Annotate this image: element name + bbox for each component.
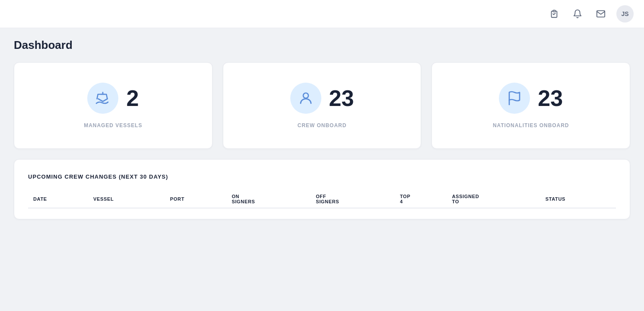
- nationalities-onboard-count: 23: [538, 87, 563, 109]
- ship-icon-circle: [87, 83, 118, 114]
- col-status: STATUS: [540, 190, 616, 208]
- main-content: Dashboard 2 MANAGED VESSELS: [0, 28, 644, 230]
- stat-card-nationalities-onboard: 23 NATIONALITIES ONBOARD: [431, 62, 630, 149]
- managed-vessels-count: 2: [126, 87, 139, 109]
- stats-row: 2 MANAGED VESSELS 23 CREW ONBOARD: [14, 62, 630, 149]
- stat-card-crew-onboard: 23 CREW ONBOARD: [223, 62, 422, 149]
- header: JS: [0, 0, 644, 28]
- crew-onboard-count: 23: [329, 87, 354, 109]
- page-title: Dashboard: [14, 38, 630, 52]
- col-vessel: VESSEL: [88, 190, 165, 208]
- crew-onboard-label: CREW ONBOARD: [298, 122, 347, 128]
- stat-top-managed-vessels: 2: [87, 83, 139, 114]
- crew-changes-header-row: DATE VESSEL PORT ONSIGNERS OFFSIGNERS TO…: [28, 190, 616, 208]
- user-avatar[interactable]: JS: [616, 5, 634, 22]
- task-icon[interactable]: [546, 6, 562, 22]
- person-icon: [298, 90, 314, 106]
- stat-top-crew-onboard: 23: [290, 83, 354, 114]
- crew-changes-table: DATE VESSEL PORT ONSIGNERS OFFSIGNERS TO…: [28, 190, 616, 208]
- col-assigned-to: ASSIGNEDTO: [447, 190, 540, 208]
- svg-rect-0: [553, 10, 555, 12]
- stat-top-nationalities-onboard: 23: [499, 83, 563, 114]
- col-top4: TOP4: [395, 190, 447, 208]
- col-on-signers: ONSIGNERS: [226, 190, 311, 208]
- stat-card-managed-vessels: 2 MANAGED VESSELS: [14, 62, 213, 149]
- crew-changes-section: UPCOMING CREW CHANGES (NEXT 30 DAYS) DAT…: [14, 159, 630, 219]
- col-date: DATE: [28, 190, 88, 208]
- flag-icon-circle: [499, 83, 530, 114]
- crew-changes-table-header: DATE VESSEL PORT ONSIGNERS OFFSIGNERS TO…: [28, 190, 616, 208]
- crew-changes-title: UPCOMING CREW CHANGES (NEXT 30 DAYS): [28, 173, 616, 180]
- nationalities-onboard-label: NATIONALITIES ONBOARD: [493, 122, 569, 128]
- col-port: PORT: [165, 190, 227, 208]
- bell-icon[interactable]: [570, 6, 585, 22]
- managed-vessels-label: MANAGED VESSELS: [84, 122, 142, 128]
- person-icon-circle: [290, 83, 321, 114]
- flag-icon: [507, 90, 522, 106]
- col-off-signers: OFFSIGNERS: [311, 190, 395, 208]
- ship-icon: [95, 90, 111, 106]
- svg-point-1: [303, 93, 308, 98]
- mail-icon[interactable]: [593, 6, 609, 22]
